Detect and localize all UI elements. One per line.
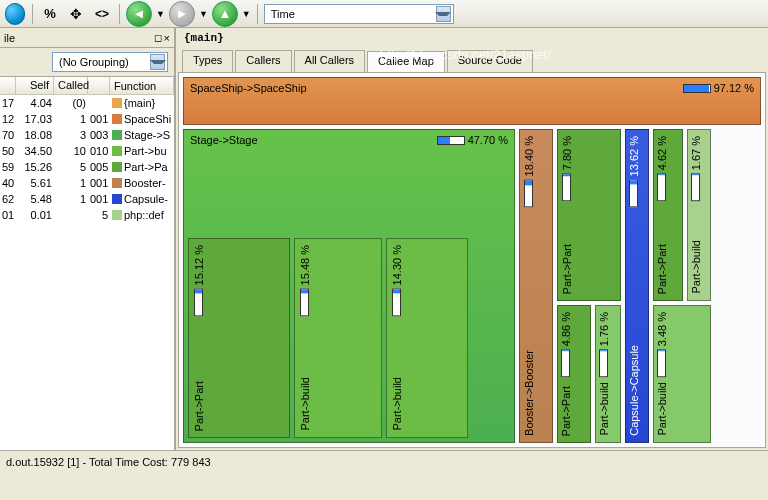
- table-header: Self Called Function: [0, 77, 174, 95]
- node-part[interactable]: Part->build 1.76 %: [595, 305, 621, 443]
- toolbar: % ✥ <> ◄ ▼ ► ▼ ▲ ▼ Time: [0, 0, 768, 28]
- time-combo[interactable]: Time: [264, 4, 454, 24]
- right-panel: {main} TypesCallersAll CallersCallee Map…: [176, 28, 768, 450]
- undock-icon[interactable]: ◻: [154, 32, 162, 44]
- col-function[interactable]: Function: [110, 77, 174, 94]
- chevron-down-icon: [436, 6, 451, 22]
- function-table: Self Called Function 174.04(0){main}1217…: [0, 77, 174, 450]
- refresh-button[interactable]: [4, 3, 26, 25]
- chevron-down-icon: [150, 54, 165, 70]
- table-row[interactable]: 174.04(0){main}: [0, 95, 174, 111]
- status-bar: d.out.15932 [1] - Total Time Cost: 779 8…: [0, 450, 768, 472]
- node-part[interactable]: Part->Part 4.86 %: [557, 305, 591, 443]
- node-booster[interactable]: Booster->Booster 18.40 %: [519, 129, 553, 443]
- table-row[interactable]: 010.015php::def: [0, 207, 174, 223]
- combo-label: Time: [267, 8, 436, 20]
- node-part[interactable]: Part->build 1.67 %: [687, 129, 711, 301]
- table-row[interactable]: 1217.031001SpaceShi: [0, 111, 174, 127]
- table-row[interactable]: 5915.265005Part->Pa: [0, 159, 174, 175]
- node-spaceship[interactable]: SpaceShip->SpaceShip 97.12 %: [183, 77, 761, 125]
- table-row[interactable]: 405.611001Booster-: [0, 175, 174, 191]
- percent-button[interactable]: %: [39, 3, 61, 25]
- node-part[interactable]: Part->build 3.48 %: [653, 305, 711, 443]
- tab-source-code[interactable]: Source Code: [447, 50, 533, 72]
- panel-title: ile: [4, 32, 15, 44]
- node-part[interactable]: Part->build 14.30 %: [386, 238, 468, 438]
- tab-all-callers[interactable]: All Callers: [294, 50, 366, 72]
- grouping-label: (No Grouping): [55, 56, 150, 68]
- table-row[interactable]: 5034.5010010Part->bu: [0, 143, 174, 159]
- grouping-combo[interactable]: (No Grouping): [52, 52, 168, 72]
- left-panel: ile ◻ × (No Grouping) Self Called Functi…: [0, 28, 176, 450]
- up-button[interactable]: ▲: [212, 1, 238, 27]
- close-icon[interactable]: ×: [164, 32, 170, 44]
- back-button[interactable]: ◄: [126, 1, 152, 27]
- node-part[interactable]: Part->Part 4.62 %: [653, 129, 683, 301]
- forward-button[interactable]: ►: [169, 1, 195, 27]
- tab-callee-map[interactable]: Callee Map: [367, 51, 445, 73]
- arrow-right-icon: ►: [175, 6, 188, 21]
- node-stage[interactable]: Stage->Stage 47.70 % Part->Part 15.12 % …: [183, 129, 515, 443]
- node-part[interactable]: Part->Part 7.80 %: [557, 129, 621, 301]
- refresh-icon: [5, 3, 25, 25]
- arrow-up-icon: ▲: [218, 6, 231, 21]
- tabs: TypesCallersAll CallersCallee MapSource …: [178, 50, 766, 72]
- tab-callers[interactable]: Callers: [235, 50, 291, 72]
- tab-types[interactable]: Types: [182, 50, 233, 72]
- breadcrumb: {main}: [178, 30, 766, 50]
- table-row[interactable]: 7018.083003Stage->S: [0, 127, 174, 143]
- table-row[interactable]: 625.481001Capsule-: [0, 191, 174, 207]
- status-text: d.out.15932 [1] - Total Time Cost: 779 8…: [6, 456, 211, 468]
- node-part[interactable]: Part->build 15.48 %: [294, 238, 382, 438]
- node-capsule[interactable]: Capsule->Capsule 13.62 %: [625, 129, 649, 443]
- panel-header: ile ◻ ×: [0, 28, 174, 48]
- move-button[interactable]: ✥: [65, 3, 87, 25]
- callee-map[interactable]: SpaceShip->SpaceShip 97.12 % Stage->Stag…: [178, 72, 766, 448]
- code-button[interactable]: <>: [91, 3, 113, 25]
- arrow-left-icon: ◄: [133, 6, 146, 21]
- col-self[interactable]: Self: [16, 77, 54, 94]
- node-part[interactable]: Part->Part 15.12 %: [188, 238, 290, 438]
- col-called[interactable]: Called: [54, 77, 88, 94]
